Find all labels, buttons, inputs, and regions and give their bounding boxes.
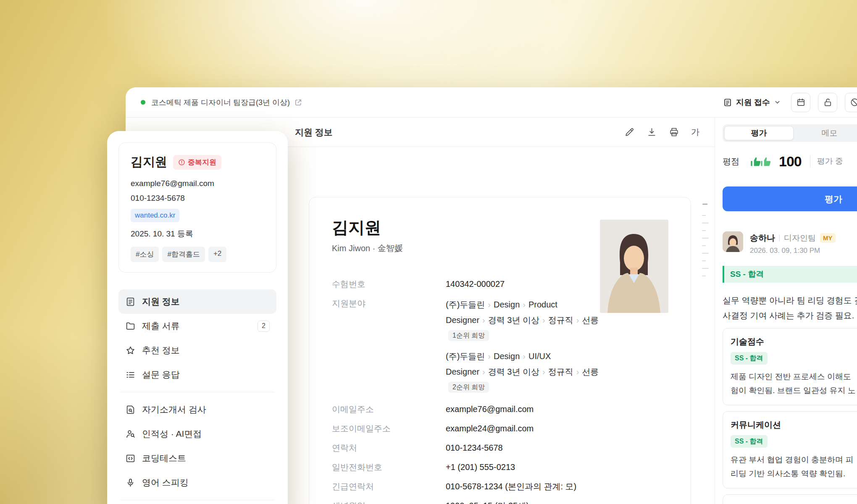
field-value: 1990. 05. 15 (만 35세) [446,499,529,504]
applicant-document: 김지원 Kim Jiwon · 金智媛 수험번호 [309,197,691,504]
panel-tabs: 평가 메모 [723,124,857,142]
zoom-tick [702,223,709,223]
field-label: 연락처 [332,441,446,454]
window-topbar: 코스메틱 제품 디자이너 팀장급(3년 이상) 지원 접수 [126,87,857,118]
field-value: example24@gmail.com [446,422,534,435]
desktop-background: 코스메틱 제품 디자이너 팀장급(3년 이상) 지원 접수 [0,0,857,504]
evaluate-button[interactable]: 평가 [723,186,857,211]
sidebar-item-referral-info[interactable]: 추천 정보 [118,338,276,362]
field-value: +1 (201) 555-0213 [446,461,515,473]
sidebar-item-survey-responses[interactable]: 설문 응답 [118,362,276,387]
font-size-icon[interactable]: 가 [691,126,699,138]
comment-body: 실무 역량뿐 아니라 팀 리딩 경험도 갖 사결정 기여 사례는 추가 검증 필… [723,293,857,323]
field-value: 140342-000027 [446,278,505,290]
field-label: 이메일주소 [332,403,446,415]
document-tools: 가 [624,126,699,138]
breadcrumb-segment: (주)두들린 [446,300,485,309]
card-text: 유관 부서 협업 경험이 충분하며 피 리딩 기반 의사소통 역량 확인됨. [731,453,857,480]
star-icon [125,345,136,356]
stage-icon [723,98,732,107]
field-label: 생년월일 [332,499,446,504]
applicant-photo [600,220,668,313]
chevron-down-icon [774,99,781,106]
document-scan-icon [125,404,136,415]
comment-meta: 송하나 디자인팀 MY 2026. 03. 09, 1:30 PM [750,231,836,255]
sidebar-item-aptitude-ai-interview[interactable]: 인적성 · AI면접 [118,422,276,446]
apply-position-1: (주)두들린›Design›Product Designer›경력 3년 이상›… [446,297,602,344]
breadcrumb-separator: › [542,315,545,325]
stage-select-dropdown[interactable]: 지원 접수 [723,97,781,108]
speaking-icon [125,478,136,488]
edit-icon[interactable] [624,127,635,137]
code-icon [125,453,136,464]
breadcrumb-segment: 선릉 [582,315,599,325]
unlock-icon [823,97,833,107]
field-label: 일반전화번호 [332,461,446,473]
breadcrumb-separator: › [576,367,579,376]
sidebar-applicant-name: 김지원 [131,154,167,171]
breadcrumb-separator: › [488,352,491,361]
menu-label: 제출 서류 [142,320,180,332]
breadcrumb-segment: 선릉 [582,367,599,376]
unlock-button[interactable] [818,93,837,112]
score-label: 평점 [723,156,739,167]
card-title: 기술점수 [731,336,857,347]
breadcrumb-segment: 경력 3년 이상 [488,367,539,376]
survey-list-icon [125,370,136,380]
evaluation-comment: 송하나 디자인팀 MY 2026. 03. 09, 1:30 PM [723,231,857,255]
tag-chip[interactable]: #소싱 [131,247,159,262]
tag-chip[interactable]: #합격홀드 [162,247,205,262]
zoom-out-icon[interactable]: − [702,200,711,208]
tab-evaluation[interactable]: 평가 [724,126,794,140]
tab-memo[interactable]: 메모 [795,126,857,140]
grade-chip: SS - 합격 [731,435,768,448]
menu-label: 지원 정보 [142,296,180,307]
apply-position-2: (주)두들린›Design›UI/UX Designer›경력 3년 이상›정규… [446,349,602,395]
sidebar-item-coding-test[interactable]: 코딩테스트 [118,446,276,470]
zoom-tick [702,238,709,239]
menu-label: 추천 정보 [142,344,180,356]
tag-more-chip[interactable]: +2 [208,247,226,262]
divider [120,500,275,500]
breadcrumb-separator: › [576,315,579,325]
document-icon [125,297,136,307]
breadcrumb-segment: (주)두들린 [446,352,485,361]
sidebar-item-english-speaking[interactable]: 영어 스피킹 [118,470,276,495]
sidebar-email: example76@gmail.com [131,179,264,188]
sidebar-item-cover-letter-check[interactable]: 자기소개서 검사 [118,397,276,422]
field-row: 이메일주소example76@gmail.com [332,403,668,415]
field-label: 수험번호 [332,278,446,290]
sidebar-item-submitted-documents[interactable]: 제출 서류 2 [118,314,276,338]
block-button[interactable] [845,93,857,112]
registered-date: 2025. 10. 31 등록 [131,228,264,239]
field-label: 지원분야 [332,297,446,395]
field-row: 보조이메일주소example24@gmail.com [332,422,668,435]
breadcrumb-separator: › [482,367,485,376]
field-row: 일반전화번호+1 (201) 555-0213 [332,461,668,473]
breadcrumb-separator: › [488,300,491,309]
my-badge: MY [820,233,836,243]
sidebar-item-application-info[interactable]: 지원 정보 [118,289,276,314]
document-count-badge: 2 [258,320,270,332]
external-link-icon[interactable] [294,98,302,107]
menu-label: 코딩테스트 [142,452,186,464]
field-value: example76@gmail.com [446,403,534,415]
print-icon[interactable] [669,127,679,137]
download-icon[interactable] [647,127,657,137]
topbar-actions: 지원 접수 [723,93,857,112]
duplicate-apply-badge[interactable]: 중복지원 [173,155,221,170]
breadcrumb-separator: › [542,367,545,376]
source-channel-chip[interactable]: wanted.co.kr [131,209,179,222]
zoom-slider[interactable]: − [702,200,711,276]
breadcrumb-separator: › [523,300,526,309]
divider [779,235,780,242]
job-status-dot [141,100,145,105]
comment-team: 디자인팀 [784,233,816,244]
score-status: 평가 중 [817,156,843,167]
calendar-button[interactable] [791,93,810,112]
rank-chip: 2순위 희망 [448,382,489,393]
warning-icon [178,159,185,166]
calendar-icon [796,97,806,107]
breadcrumb-segment: 정규직 [548,367,573,376]
stage-select-label: 지원 접수 [736,97,770,108]
